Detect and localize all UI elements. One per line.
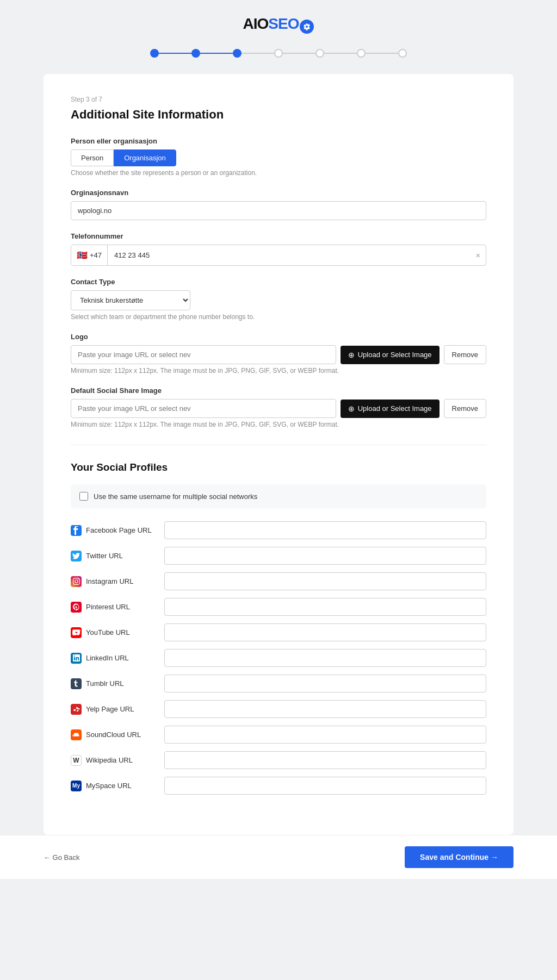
linkedin-label-group: LinkedIn URL — [71, 653, 158, 664]
wikipedia-icon: W — [71, 755, 82, 766]
social-soundcloud-row: SoundCloud URL — [71, 726, 486, 744]
myspace-icon: My — [71, 781, 82, 791]
logo-hint: Minimum size: 112px x 112px. The image m… — [71, 367, 486, 374]
soundcloud-label-group: SoundCloud URL — [71, 729, 158, 740]
progress-step-7 — [398, 49, 407, 58]
progress-step-4 — [274, 49, 283, 58]
upload-icon: ⊕ — [348, 351, 355, 359]
logo-label: Logo — [71, 333, 486, 341]
linkedin-url-input[interactable] — [164, 649, 486, 667]
wikipedia-label: Wikipedia URL — [86, 756, 133, 764]
instagram-url-input[interactable] — [164, 572, 486, 590]
youtube-url-input[interactable] — [164, 623, 486, 641]
social-upload-icon: ⊕ — [348, 404, 355, 413]
country-code: +47 — [90, 251, 102, 259]
page-title: Additional Site Information — [71, 108, 486, 122]
progress-step-2 — [191, 49, 200, 58]
org-button[interactable]: Organisasjon — [114, 149, 176, 166]
tumblr-url-input[interactable] — [164, 675, 486, 692]
logo-remove-button[interactable]: Remove — [444, 345, 486, 364]
logo-upload-button[interactable]: ⊕ Upload or Select Image — [341, 346, 440, 364]
contact-type-group: Contact Type Teknisk brukerstøtte Custom… — [71, 278, 486, 321]
social-share-upload-button[interactable]: ⊕ Upload or Select Image — [341, 400, 440, 418]
progress-line-3 — [242, 53, 274, 54]
phone-group: Telefonnummer 🇳🇴 +47 × — [71, 232, 486, 266]
step-label: Step 3 of 7 — [71, 96, 486, 103]
wikipedia-url-input[interactable] — [164, 751, 486, 769]
tumblr-label-group: Tumblr URL — [71, 678, 158, 689]
yelp-label-group: Yelp Page URL — [71, 704, 158, 715]
twitter-label-group: Twitter URL — [71, 551, 158, 561]
social-share-image-group: Default Social Share Image ⊕ Upload or S… — [71, 386, 486, 428]
social-section-title: Your Social Profiles — [71, 461, 486, 473]
facebook-label: Facebook Page URL — [86, 526, 152, 534]
soundcloud-url-input[interactable] — [164, 726, 486, 744]
yelp-label: Yelp Page URL — [86, 705, 134, 713]
twitter-url-input[interactable] — [164, 547, 486, 565]
social-share-image-label: Default Social Share Image — [71, 386, 486, 395]
same-username-label: Use the same username for multiple socia… — [94, 492, 257, 501]
org-name-group: Orginasjonsnavn — [71, 189, 486, 220]
footer: ← Go Back Save and Continue → — [0, 835, 557, 879]
go-back-link[interactable]: ← Go Back — [44, 853, 79, 862]
social-share-upload-label: Upload or Select Image — [358, 404, 432, 413]
pinterest-url-input[interactable] — [164, 598, 486, 616]
contact-type-select[interactable]: Teknisk brukerstøtte Customer Support Sa… — [71, 290, 190, 310]
save-continue-button[interactable]: Save and Continue → — [405, 846, 513, 868]
pinterest-icon — [71, 602, 82, 613]
logo-seo: SEO — [268, 15, 299, 32]
section-divider — [71, 445, 486, 445]
logo-url-input[interactable] — [71, 345, 336, 364]
logo-upload-label: Upload or Select Image — [358, 351, 432, 359]
progress-bar — [0, 43, 557, 74]
org-name-input[interactable] — [71, 201, 486, 220]
wikipedia-label-group: W Wikipedia URL — [71, 755, 158, 766]
logo: AIOSEO — [243, 15, 314, 33]
same-username-checkbox[interactable] — [79, 492, 88, 501]
myspace-label-group: My MySpace URL — [71, 781, 158, 791]
facebook-label-group: Facebook Page URL — [71, 525, 158, 536]
progress-step-3 — [233, 49, 242, 58]
tumblr-icon — [71, 678, 82, 689]
social-yelp-row: Yelp Page URL — [71, 700, 486, 718]
social-tumblr-row: Tumblr URL — [71, 675, 486, 692]
pinterest-label: Pinterest URL — [86, 603, 130, 611]
header: AIOSEO — [0, 0, 557, 43]
phone-flag-selector[interactable]: 🇳🇴 +47 — [71, 245, 108, 265]
person-org-group: Person eller organisasjon Person Organis… — [71, 137, 486, 177]
progress-line-2 — [200, 53, 233, 54]
flag-icon: 🇳🇴 — [77, 250, 88, 260]
person-org-hint: Choose whether the site represents a per… — [71, 169, 486, 177]
logo-aio: AIO — [243, 15, 269, 32]
facebook-icon — [71, 525, 82, 536]
instagram-label-group: Instagram URL — [71, 576, 158, 587]
logo-group: Logo ⊕ Upload or Select Image Remove Min… — [71, 333, 486, 374]
youtube-label-group: YouTube URL — [71, 627, 158, 638]
linkedin-icon — [71, 653, 82, 664]
myspace-label: MySpace URL — [86, 782, 132, 790]
instagram-icon — [71, 576, 82, 587]
social-share-url-input[interactable] — [71, 399, 336, 418]
myspace-url-input[interactable] — [164, 777, 486, 795]
social-facebook-row: Facebook Page URL — [71, 521, 486, 539]
facebook-url-input[interactable] — [164, 521, 486, 539]
same-username-row: Use the same username for multiple socia… — [71, 484, 486, 508]
contact-type-label: Contact Type — [71, 278, 486, 286]
soundcloud-icon — [71, 729, 82, 740]
phone-number-input[interactable] — [108, 246, 471, 264]
person-button[interactable]: Person — [71, 149, 114, 166]
yelp-icon — [71, 704, 82, 715]
progress-line-6 — [366, 53, 398, 54]
phone-clear-icon[interactable]: × — [471, 251, 486, 260]
social-share-image-field-row: ⊕ Upload or Select Image Remove — [71, 399, 486, 418]
social-youtube-row: YouTube URL — [71, 623, 486, 641]
linkedin-label: LinkedIn URL — [86, 654, 129, 662]
person-org-toggle: Person Organisasjon — [71, 149, 486, 166]
yelp-url-input[interactable] — [164, 700, 486, 718]
progress-step-6 — [357, 49, 366, 58]
phone-input-wrapper: 🇳🇴 +47 × — [71, 245, 486, 266]
twitter-label: Twitter URL — [86, 552, 123, 560]
contact-type-hint: Select which team or department the phon… — [71, 313, 486, 321]
social-myspace-row: My MySpace URL — [71, 777, 486, 795]
social-share-remove-button[interactable]: Remove — [444, 399, 486, 418]
